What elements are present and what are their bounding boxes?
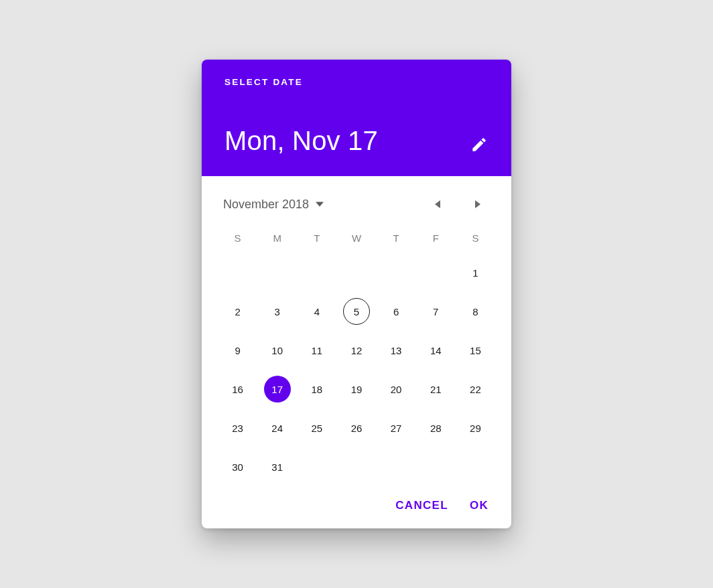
day-cell: 14: [416, 336, 456, 365]
month-year-label: November 2018: [223, 198, 309, 212]
prev-month-button[interactable]: [424, 191, 451, 218]
dow-header: F: [416, 228, 456, 248]
selected-date-display: Mon, Nov 17: [224, 126, 378, 156]
day-cell: 13: [377, 336, 416, 365]
picker-header: SELECT DATE Mon, Nov 17: [202, 60, 511, 176]
day-27[interactable]: 27: [383, 415, 409, 441]
empty-cell: [377, 258, 416, 287]
day-14[interactable]: 14: [422, 337, 449, 364]
day-cell: 1: [456, 258, 495, 287]
empty-cell: [336, 258, 376, 287]
day-9[interactable]: 9: [224, 337, 251, 364]
dow-header: S: [218, 228, 257, 248]
dow-header: T: [377, 228, 416, 248]
header-row: Mon, Nov 17: [224, 126, 489, 156]
cancel-button[interactable]: CANCEL: [395, 499, 448, 512]
day-cell: 23: [218, 413, 257, 443]
day-cell: 4: [297, 297, 336, 326]
day-7[interactable]: 7: [422, 298, 449, 325]
day-31[interactable]: 31: [264, 453, 291, 480]
day-cell: 16: [218, 374, 257, 404]
day-cell: 17: [257, 374, 297, 404]
empty-cell: [218, 258, 257, 287]
day-8[interactable]: 8: [462, 298, 489, 325]
day-5[interactable]: 5: [343, 298, 370, 325]
day-cell: 22: [456, 374, 495, 404]
calendar-grid: SMTWTFS123456789101112131415161718192021…: [218, 228, 495, 482]
day-cell: 6: [377, 297, 416, 326]
day-24[interactable]: 24: [264, 415, 291, 441]
dow-header: M: [257, 228, 297, 248]
day-cell: 12: [336, 336, 376, 365]
day-cell: 9: [218, 336, 257, 365]
day-cell: 27: [377, 413, 416, 443]
month-nav-row: November 2018: [218, 191, 495, 218]
header-title: SELECT DATE: [224, 77, 489, 87]
month-year-select[interactable]: November 2018: [223, 198, 324, 212]
day-cell: 31: [257, 452, 297, 482]
day-cell: 30: [218, 452, 257, 482]
next-month-button[interactable]: [464, 191, 491, 218]
day-17[interactable]: 17: [264, 376, 291, 402]
day-cell: 11: [297, 336, 336, 365]
day-cell: 26: [336, 413, 376, 443]
day-11[interactable]: 11: [304, 337, 330, 364]
day-cell: 28: [416, 413, 456, 443]
empty-cell: [297, 258, 336, 287]
day-23[interactable]: 23: [224, 415, 251, 441]
day-20[interactable]: 20: [383, 376, 409, 402]
day-28[interactable]: 28: [422, 415, 449, 441]
day-cell: 29: [456, 413, 495, 443]
edit-icon[interactable]: [470, 137, 489, 156]
dow-header: T: [297, 228, 336, 248]
day-22[interactable]: 22: [462, 376, 489, 402]
date-picker-dialog: SELECT DATE Mon, Nov 17 November 2018: [202, 60, 511, 528]
day-cell: 10: [257, 336, 297, 365]
day-15[interactable]: 15: [462, 337, 489, 364]
day-cell: 5: [336, 297, 376, 326]
day-2[interactable]: 2: [224, 298, 251, 325]
day-13[interactable]: 13: [383, 337, 409, 364]
day-cell: 21: [416, 374, 456, 404]
day-6[interactable]: 6: [383, 298, 409, 325]
caret-down-icon: [316, 198, 324, 212]
day-16[interactable]: 16: [224, 376, 251, 402]
picker-body: November 2018 SMTWTFS1234567891011121314…: [202, 176, 511, 488]
empty-cell: [257, 258, 297, 287]
day-1[interactable]: 1: [462, 259, 489, 286]
day-cell: 8: [456, 297, 495, 326]
day-30[interactable]: 30: [224, 453, 251, 480]
day-cell: 19: [336, 374, 376, 404]
dow-header: W: [336, 228, 376, 248]
day-3[interactable]: 3: [264, 298, 291, 325]
day-cell: 18: [297, 374, 336, 404]
day-cell: 7: [416, 297, 456, 326]
empty-cell: [416, 258, 456, 287]
day-cell: 2: [218, 297, 257, 326]
day-cell: 25: [297, 413, 336, 443]
day-19[interactable]: 19: [343, 376, 370, 402]
day-4[interactable]: 4: [304, 298, 330, 325]
ok-button[interactable]: OK: [470, 499, 489, 512]
day-25[interactable]: 25: [304, 415, 330, 441]
dow-header: S: [456, 228, 495, 248]
day-10[interactable]: 10: [264, 337, 291, 364]
day-26[interactable]: 26: [343, 415, 370, 441]
day-cell: 24: [257, 413, 297, 443]
dialog-actions: CANCEL OK: [202, 488, 511, 528]
day-18[interactable]: 18: [304, 376, 330, 402]
day-12[interactable]: 12: [343, 337, 370, 364]
day-cell: 3: [257, 297, 297, 326]
day-cell: 15: [456, 336, 495, 365]
day-21[interactable]: 21: [422, 376, 449, 402]
day-cell: 20: [377, 374, 416, 404]
day-29[interactable]: 29: [462, 415, 489, 441]
